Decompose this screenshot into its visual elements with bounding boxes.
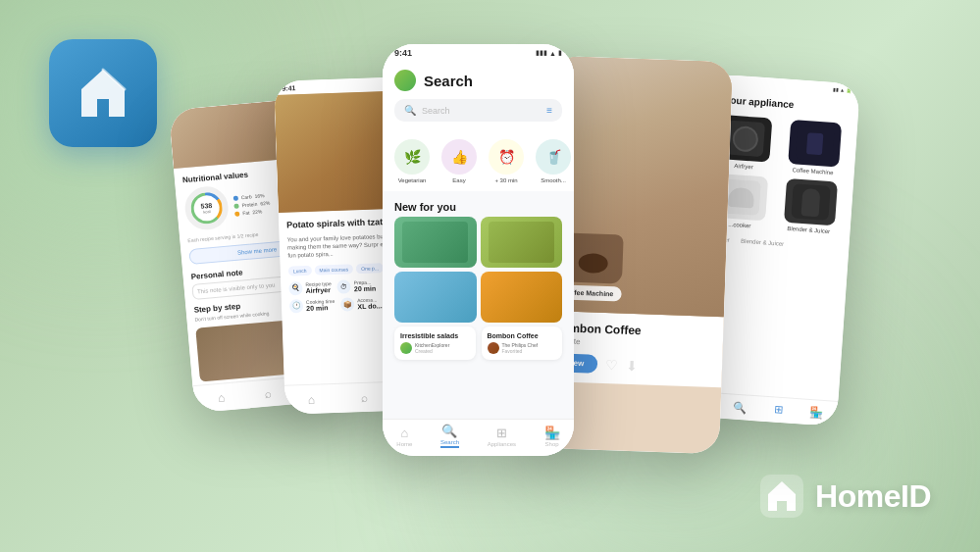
donut-inner: 538 kcal [193,194,221,222]
donut-chart: 538 kcal [183,185,231,232]
filter-icon[interactable]: ≡ [546,105,552,116]
signal-icon: ▮▮▮ [536,49,547,57]
search-nav-icon: 🔍 [441,424,457,438]
cooking-time-icon: 🕐 [289,299,303,313]
grid-image-2 [481,217,563,268]
recipe-card-salads[interactable]: Irresistible salads KitchenExplorer Crea… [394,326,476,360]
salads-avatar [400,342,412,354]
grid-image-1 [394,217,477,268]
phone3-inner: 9:41 ▮▮▮ ▲ ▮ Search 🔍 Search ≡ 🌿 Vegetar… [383,44,574,456]
meta-prep-text: Prepa... 20 min [354,279,377,293]
salads-author: KitchenExplorer Created [400,342,470,354]
battery-icon: ▮ [558,49,562,57]
appliance-item-coffee[interactable]: Coffee Machine [781,120,848,176]
search-bar-area: 🔍 Search ≡ [383,99,574,131]
salads-title: Irresistible salads [400,332,470,339]
phone5-status-icons: ▮▮ ▲ 🔋 [833,86,852,93]
p5-nav-search[interactable]: 🔍 [733,401,748,415]
p2-nav-home[interactable]: ⌂ [308,392,316,406]
new-for-you-title: New for you [383,197,574,217]
blender-label: Blender & Juicer [787,226,830,234]
shop-nav-icon: 🏪 [544,426,560,440]
coffee-title: Bombon Coffee [488,332,557,339]
category-easy[interactable]: 👍 Easy [441,139,477,183]
home-nav-icon: ⌂ [400,426,408,440]
heart-icon[interactable]: ♡ [605,357,619,373]
tag-lunch[interactable]: Lunch [288,266,312,276]
rice-cooker-label: ...cooker [728,222,750,229]
coffee-author-text: The Philips Chef Favorited [502,342,539,354]
legend-fat-dot [234,211,239,216]
cat-smoothie-label: Smooth... [541,177,566,183]
app-icon [49,39,157,147]
nav-item-appliances[interactable]: ⊞ Appliances [488,426,516,447]
grid-image-3 [394,272,477,323]
nav-item-shop[interactable]: 🏪 Shop [544,426,560,447]
cat-vegetarian-label: Vegetarian [398,177,427,183]
app-icon-svg [72,62,135,125]
meta-cooking-time: 🕐 Cooking time 20 min [289,298,335,314]
phone3-status-icons: ▮▮▮ ▲ ▮ [536,49,562,57]
search-magnifier-icon: 🔍 [404,105,416,116]
recipe-cards-row: Irresistible salads KitchenExplorer Crea… [383,326,574,366]
meta-recipe-type-text: Recipe type Airfryer [305,280,332,294]
legend-protein-dot [233,203,238,208]
access-icon: 📦 [340,297,354,311]
recipe-grid [383,217,574,326]
user-avatar [394,70,416,91]
p5-nav-shop[interactable]: 🏪 [809,406,824,420]
coffee-machine-label: Coffee Machine [792,167,833,176]
blender-image [784,178,838,226]
meta-access: 📦 Access... XL do... [340,296,383,311]
donut-legend: Carb 16% Protein 62% Fat 22% [233,192,272,217]
cat-easy-label: Easy [452,177,465,183]
nav-home-icon[interactable]: ⌂ [217,390,225,405]
coffee-machine-image [788,120,842,168]
phone3-status-bar: 9:41 ▮▮▮ ▲ ▮ [383,44,574,62]
phone4-actions: View ♡ ⬇ [552,353,711,377]
appliance-item-blender[interactable]: Blender & Juicer [777,177,844,234]
meta-access-text: Access... XL do... [357,297,383,311]
legend-fat: Fat 22% [234,208,271,217]
phone2-time: 9:41 [282,84,295,91]
tag-one-p[interactable]: One p... [356,263,384,274]
cat-smoothie-icon: 🥤 [536,139,571,175]
meta-cooking-text: Cooking time 20 min [306,298,335,312]
tag-main-courses[interactable]: Main courses [314,264,353,275]
calories-unit: kcal [203,209,211,215]
grid-image-4 [481,272,563,323]
brand-title: HomeID [815,478,931,515]
phone-search-main: 9:41 ▮▮▮ ▲ ▮ Search 🔍 Search ≡ 🌿 Vegetar… [383,44,574,456]
homeid-brand-icon [760,475,803,518]
salads-author-text: KitchenExplorer Created [415,342,449,354]
nav-search-icon[interactable]: ⌕ [264,386,272,401]
nav-item-search[interactable]: 🔍 Search [440,424,459,448]
coffee-avatar [488,342,499,354]
coffee-author: The Philips Chef Favorited [488,342,557,354]
wifi-icon: ▲ [549,50,556,57]
p2-nav-search[interactable]: ⌕ [361,390,368,404]
search-title: Search [424,73,473,89]
airfryer-label: Airfryer [734,163,753,170]
phone3-time: 9:41 [394,48,412,58]
category-row: 🌿 Vegetarian 👍 Easy ⏰ + 30 min 🥤 Smooth.… [383,131,574,191]
cat-vegetarian-icon: 🌿 [394,139,430,175]
homeid-brand: HomeID [760,475,931,518]
category-smoothie[interactable]: 🥤 Smooth... [536,139,571,183]
nav-item-home[interactable]: ⌂ Home [396,426,412,447]
category-30min[interactable]: ⏰ + 30 min [489,139,524,183]
p5-nav-appliances[interactable]: ⊞ [773,404,783,418]
search-input-container[interactable]: 🔍 Search ≡ [394,99,562,122]
cat-easy-icon: 👍 [441,139,477,175]
phone3-header: Search [383,62,574,99]
appliances-nav-icon: ⊞ [496,426,507,440]
meta-prep-time: ⏱ Prepa... 20 min [337,278,377,293]
recipe-card-coffee[interactable]: Bombon Coffee The Philips Chef Favorited [482,326,563,360]
meta-recipe-type: 🍳 Recipe type Airfryer [288,280,332,296]
download-icon[interactable]: ⬇ [626,357,639,373]
legend-carb-dot [233,195,238,200]
cat-30min-icon: ⏰ [489,139,524,175]
phone3-bottom-nav: ⌂ Home 🔍 Search ⊞ Appliances 🏪 Shop [383,419,574,456]
category-vegetarian[interactable]: 🌿 Vegetarian [394,139,430,183]
search-input[interactable]: Search [422,106,541,116]
